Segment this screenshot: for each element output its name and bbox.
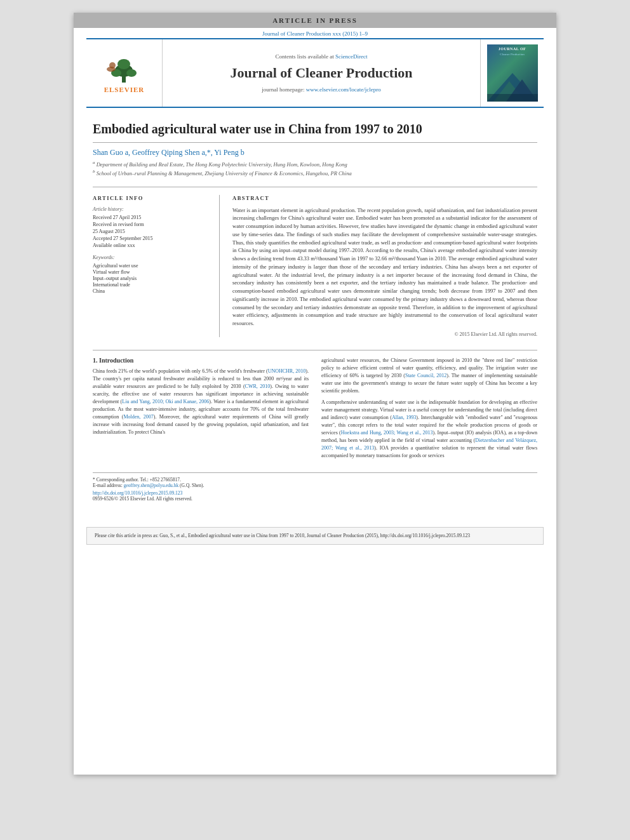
- doi-line: http://dx.doi.org/10.1016/j.jclepro.2015…: [93, 490, 537, 496]
- link-state-council[interactable]: State Council, 2012: [405, 373, 446, 378]
- issn-line: 0959-6526/© 2015 Elsevier Ltd. All right…: [93, 496, 537, 502]
- link-liu-yang[interactable]: Liu and Yang, 2010; Oki and Kanae, 2006: [122, 399, 209, 404]
- intro-col-left: 1. Introduction China feeds 21% of the w…: [93, 357, 309, 463]
- cover-subtitle: Cleaner Production: [499, 53, 526, 56]
- svg-point-6: [107, 67, 116, 72]
- svg-point-4: [117, 59, 130, 69]
- email-link[interactable]: geoffrey.shen@polyu.edu.hk: [124, 483, 178, 488]
- journal-cover: Journal of Cleaner Production: [487, 44, 538, 102]
- received-date: Received 27 April 2015: [93, 215, 210, 220]
- cover-mountain-icon: [487, 70, 538, 102]
- homepage-link[interactable]: www.elsevier.com/locate/jclepro: [306, 86, 381, 93]
- introduction-section: 1. Introduction China feeds 21% of the w…: [93, 350, 537, 463]
- main-content: Embodied agricultural water use in China…: [74, 108, 556, 514]
- svg-point-3: [126, 69, 137, 77]
- journal-link-bar: Journal of Cleaner Production xxx (2015)…: [74, 28, 556, 38]
- affiliation-a: a Department of Building and Real Estate…: [93, 160, 537, 168]
- intro-col-right: agricultural water resources, the Chines…: [321, 357, 537, 463]
- link-hoekstra[interactable]: Hoekstra and Hung, 2003; Wang et al., 20…: [341, 430, 433, 436]
- intro-para-3: A comprehensive understanding of water u…: [321, 399, 537, 460]
- keyword-1: Agricultural water use: [93, 263, 210, 269]
- keyword-5: China: [93, 288, 210, 294]
- citation-bar: Please cite this article in press as: Gu…: [86, 527, 544, 545]
- homepage-line: journal homepage: www.elsevier.com/locat…: [262, 86, 380, 93]
- revised-label: Received in revised form: [93, 222, 210, 227]
- contents-line: Contents lists available at ScienceDirec…: [276, 53, 368, 60]
- email-footnote: E-mail address: geoffrey.shen@polyu.edu.…: [93, 483, 537, 488]
- link-cwr[interactable]: CWR, 2010: [245, 383, 271, 389]
- link-unohchr[interactable]: UNOHCHR, 2010: [268, 368, 306, 374]
- keywords-section: Keywords: Agricultural water use Virtual…: [93, 255, 210, 294]
- revised-date: 25 August 2015: [93, 229, 210, 234]
- affiliation-b: b School of Urban–rural Planning & Manag…: [93, 169, 537, 177]
- keyword-2: Virtual water flow: [93, 269, 210, 275]
- elsevier-icon: [105, 53, 143, 84]
- intro-two-col: 1. Introduction China feeds 21% of the w…: [93, 357, 537, 463]
- intro-heading: 1. Introduction: [93, 357, 309, 364]
- link-allan[interactable]: Allan, 1993: [392, 415, 416, 420]
- keywords-label: Keywords:: [93, 255, 210, 260]
- authors: Shan Guo a, Geoffrey Qiping Shen a,*, Yi…: [93, 148, 537, 157]
- keyword-3: Input–output analysis: [93, 276, 210, 281]
- history-label: Article history:: [93, 206, 210, 212]
- elsevier-label: ELSEVIER: [104, 86, 145, 93]
- accepted-date: Accepted 27 September 2015: [93, 236, 210, 241]
- journal-cover-area: Journal of Cleaner Production: [480, 39, 544, 107]
- keyword-4: International trade: [93, 282, 210, 288]
- abstract-col: ABSTRACT Water is an important element i…: [232, 195, 537, 337]
- page: ARTICLE IN PRESS Journal of Cleaner Prod…: [74, 13, 556, 775]
- link-molden[interactable]: Molden, 2007: [123, 414, 153, 420]
- journal-link-text: Journal of Cleaner Production xxx (2015)…: [262, 30, 368, 37]
- journal-header: ELSEVIER Contents lists available at Sci…: [86, 38, 544, 108]
- available-online: Available online xxx: [93, 243, 210, 248]
- info-abstract-section: ARTICLE INFO Article history: Received 2…: [93, 187, 537, 337]
- link-dietz[interactable]: Dietzenbacher and Velázquez, 2007; Wang …: [321, 437, 537, 451]
- abstract-label: ABSTRACT: [232, 195, 537, 201]
- intro-para-2: agricultural water resources, the Chines…: [321, 357, 537, 395]
- elsevier-logo-area: ELSEVIER: [86, 39, 163, 107]
- abstract-text: Water is an important element in agricul…: [232, 206, 537, 328]
- cover-title: Journal of: [497, 44, 528, 53]
- contents-label: Contents lists available at: [276, 53, 334, 60]
- aip-banner: ARTICLE IN PRESS: [74, 13, 556, 28]
- article-title: Embodied agricultural water use in China…: [93, 121, 537, 143]
- aip-text: ARTICLE IN PRESS: [272, 17, 358, 24]
- journal-title: Journal of Cleaner Production: [230, 65, 412, 81]
- doi-link[interactable]: http://dx.doi.org/10.1016/j.jclepro.2015…: [93, 490, 182, 496]
- citation-text: Please cite this article in press as: Gu…: [95, 533, 470, 538]
- intro-para-1: China feeds 21% of the world's populatio…: [93, 368, 309, 436]
- article-info-col: ARTICLE INFO Article history: Received 2…: [93, 195, 220, 337]
- copyright-line: © 2015 Elsevier Ltd. All rights reserved…: [232, 331, 537, 337]
- homepage-label: journal homepage:: [262, 86, 304, 93]
- footnote-area: * Corresponding author. Tel.: +852 27665…: [93, 472, 537, 502]
- article-info-label: ARTICLE INFO: [93, 195, 210, 201]
- sciencedirect-link[interactable]: ScienceDirect: [335, 53, 367, 60]
- journal-header-center: Contents lists available at ScienceDirec…: [163, 39, 480, 107]
- corresponding-footnote: * Corresponding author. Tel.: +852 27665…: [93, 477, 537, 483]
- svg-rect-10: [487, 94, 538, 102]
